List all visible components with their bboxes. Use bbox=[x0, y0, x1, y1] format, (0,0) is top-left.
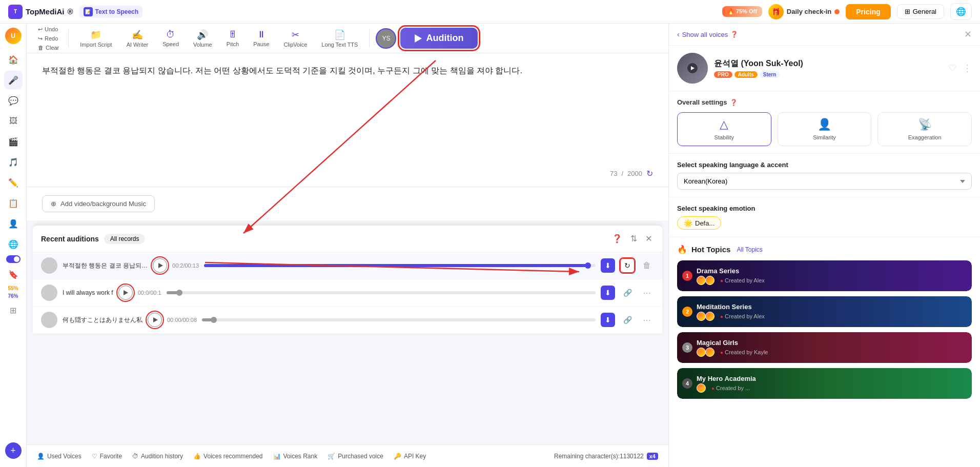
toggle-track-1[interactable] bbox=[6, 255, 21, 263]
clip-icon: ✂ bbox=[292, 29, 299, 40]
pitch-button[interactable]: 🎚 Pitch bbox=[221, 27, 244, 49]
more-button-3[interactable]: ⋯ bbox=[640, 313, 654, 327]
speed-button[interactable]: ⏱ Speed bbox=[157, 27, 184, 49]
play-button-3[interactable] bbox=[148, 313, 162, 327]
sidebar-image-icon[interactable]: 🖼 bbox=[4, 112, 23, 130]
favorite-link[interactable]: ♡ Favorite bbox=[92, 453, 122, 460]
delete-button-1[interactable]: 🗑 bbox=[640, 258, 654, 273]
audition-button[interactable]: Audition bbox=[400, 28, 478, 49]
user-avatar[interactable]: U bbox=[5, 28, 22, 44]
topic-card-4[interactable]: 4 My Hero Academia ● Created by ... bbox=[677, 368, 972, 399]
more-voice-icon[interactable]: ⋮ bbox=[963, 63, 972, 74]
topic-card-2[interactable]: 2 Meditation Series ● Created by Alex bbox=[677, 296, 972, 327]
progress-thumb-3[interactable] bbox=[211, 317, 217, 323]
audio-avatar-3 bbox=[41, 312, 57, 328]
globe-button[interactable]: 🌐 bbox=[950, 3, 972, 20]
daily-checkin-label: Daily check-in bbox=[787, 8, 831, 15]
download-button-1[interactable]: ⬇ bbox=[601, 258, 615, 273]
chevron-left-icon: ‹ bbox=[677, 30, 680, 38]
all-topics-button[interactable]: All Topics bbox=[737, 246, 762, 253]
play-icon bbox=[415, 34, 422, 43]
emotion-chip[interactable]: 🌟 Defa... bbox=[677, 216, 721, 230]
recent-scroll[interactable]: 부적절한 행동은 결코 용납되… 00:2/00:13 ⬇ ↻ 🗑 I will… bbox=[33, 252, 662, 334]
tts-badge[interactable]: 📝 Text to Speech bbox=[79, 6, 142, 18]
sidebar-globe-icon[interactable]: 🌐 bbox=[4, 235, 23, 253]
close-panel-icon[interactable]: ✕ bbox=[964, 29, 972, 40]
undo-button[interactable]: ↩ Undo bbox=[35, 25, 62, 34]
sidebar-person-icon[interactable]: 👤 bbox=[4, 214, 23, 233]
topic-meta-2: ● Created by Alex bbox=[697, 312, 765, 321]
play-button-1[interactable] bbox=[153, 258, 167, 273]
pricing-button[interactable]: Pricing bbox=[846, 4, 890, 19]
similarity-card[interactable]: 👤 Similarity bbox=[778, 112, 872, 146]
checkin-icon: 🎁 bbox=[768, 4, 784, 19]
editor-text[interactable]: 부적절한 행동은 결코 용납되지 않습니다. 저는 어떤 상황에서도 도덕적 기… bbox=[42, 64, 653, 125]
sidebar-chat-icon[interactable]: 💬 bbox=[4, 91, 23, 110]
sort-icon-btn[interactable]: ⇅ bbox=[628, 232, 639, 246]
progress-thumb-2[interactable] bbox=[176, 290, 182, 296]
stability-card[interactable]: △ Stability bbox=[677, 112, 771, 146]
all-records-button[interactable]: All records bbox=[104, 234, 146, 244]
right-panel: ‹ Show all voices ❓ ✕ 윤석열 (Yoon Suk-Yeol… bbox=[668, 24, 980, 467]
more-button-2[interactable]: ⋯ bbox=[640, 286, 654, 300]
heart-icon[interactable]: ♡ bbox=[948, 63, 956, 74]
divider-2 bbox=[369, 29, 370, 48]
pause-button[interactable]: ⏸ Pause bbox=[248, 27, 274, 49]
sidebar-toggle-1[interactable] bbox=[6, 255, 21, 263]
pause-label: Pause bbox=[253, 41, 269, 47]
play-button-2[interactable] bbox=[118, 286, 133, 300]
sidebar-add-button[interactable]: + bbox=[5, 442, 22, 459]
editor-area[interactable]: 부적절한 행동은 결코 용납되지 않습니다. 저는 어떤 상황에서도 도덕적 기… bbox=[27, 53, 668, 187]
voices-rank-link[interactable]: 📊 Voices Rank bbox=[273, 453, 318, 460]
ai-writer-button[interactable]: ✍ AI Writer bbox=[121, 27, 154, 50]
help-icon-btn[interactable]: ❓ bbox=[610, 232, 624, 246]
sidebar-grid-icon[interactable]: ⊞ bbox=[4, 301, 23, 319]
topic-avatar-1b bbox=[705, 276, 714, 285]
hot-icon: 🔥 bbox=[677, 245, 687, 254]
daily-checkin[interactable]: 🎁 Daily check-in bbox=[768, 4, 840, 19]
add-music-button[interactable]: ⊕ Add video/background Music bbox=[42, 195, 155, 212]
topic-card-3[interactable]: 3 Magical Girls ● Created by Kayle bbox=[677, 332, 972, 363]
progress-bar-1[interactable] bbox=[204, 264, 596, 267]
general-button[interactable]: ⊞ General bbox=[897, 4, 944, 19]
share-button-3[interactable]: 🔗 bbox=[620, 313, 635, 327]
sidebar-home-icon[interactable]: 🏠 bbox=[4, 50, 23, 69]
sidebar-bookmark-icon[interactable]: 🔖 bbox=[4, 265, 23, 283]
refresh-button-1[interactable]: ↻ bbox=[620, 258, 635, 273]
share-button-2[interactable]: 🔗 bbox=[620, 286, 635, 300]
volume-button[interactable]: 🔊 Volume bbox=[188, 27, 217, 50]
long-text-button[interactable]: 📄 Long Text TTS bbox=[316, 27, 363, 50]
clear-button[interactable]: 🗑 Clear bbox=[35, 44, 62, 52]
voices-recommended-link[interactable]: 👍 Voices recommended bbox=[193, 453, 262, 460]
import-script-button[interactable]: 📁 Import Script bbox=[75, 27, 117, 50]
topic-num-2: 2 bbox=[682, 307, 692, 317]
tts-label: Text to Speech bbox=[95, 8, 138, 15]
language-select[interactable]: Korean(Korea) bbox=[677, 173, 972, 190]
progress-thumb-1[interactable] bbox=[585, 262, 591, 269]
download-button-2[interactable]: ⬇ bbox=[601, 286, 615, 300]
progress-bar-2[interactable] bbox=[167, 291, 596, 294]
sidebar-video-icon[interactable]: 🎬 bbox=[4, 132, 23, 151]
progress-bar-3[interactable] bbox=[202, 318, 596, 321]
voice-play-overlay[interactable] bbox=[687, 63, 698, 73]
topic-avatar-1a bbox=[697, 276, 706, 285]
show-all-voices-link[interactable]: ‹ Show all voices ❓ bbox=[677, 30, 738, 38]
sidebar-mic-icon[interactable]: 🎤 bbox=[4, 71, 23, 89]
general-label: General bbox=[913, 8, 936, 15]
sidebar-voice-icon[interactable]: 🎵 bbox=[4, 153, 23, 171]
clip-voice-button[interactable]: ✂ ClipVoice bbox=[278, 27, 312, 50]
redo-button[interactable]: ↪ Redo bbox=[35, 34, 62, 43]
char-refresh-icon[interactable]: ↻ bbox=[646, 169, 653, 178]
used-voices-link[interactable]: 👤 Used Voices bbox=[37, 453, 81, 460]
purchased-voice-link[interactable]: 🛒 Purchased voice bbox=[328, 453, 383, 460]
api-key-link[interactable]: 🔑 API Key bbox=[394, 453, 426, 460]
voice-avatar-button[interactable]: YS bbox=[376, 28, 396, 49]
promo-badge[interactable]: 🔥 75% Off bbox=[722, 6, 762, 17]
download-button-3[interactable]: ⬇ bbox=[601, 313, 615, 327]
sidebar-edit-icon[interactable]: ✏️ bbox=[4, 173, 23, 192]
sidebar-list-icon[interactable]: 📋 bbox=[4, 194, 23, 212]
close-panel-btn[interactable]: ✕ bbox=[643, 232, 654, 246]
audition-history-link[interactable]: ⏱ Audition history bbox=[132, 453, 183, 460]
exaggeration-card[interactable]: 📡 Exaggeration bbox=[877, 112, 972, 146]
topic-card-1[interactable]: 1 Drama Series ● Created by Alex bbox=[677, 260, 972, 291]
